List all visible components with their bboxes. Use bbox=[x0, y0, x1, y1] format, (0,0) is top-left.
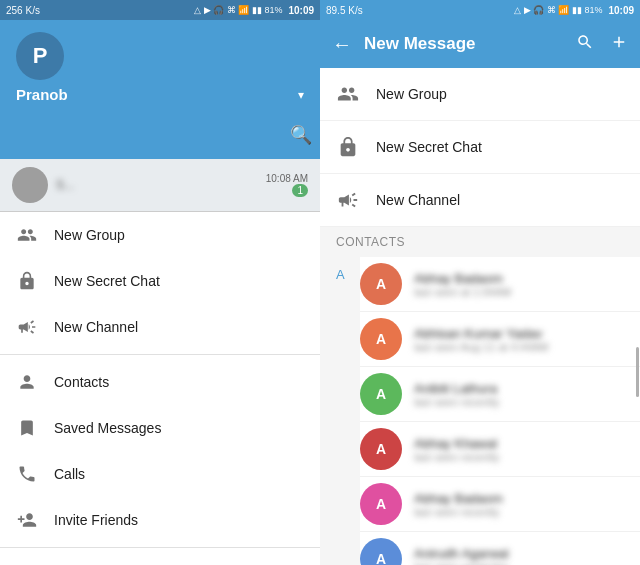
contact-status-1: last seen at 1:04AM bbox=[414, 286, 624, 298]
menu-divider-1 bbox=[0, 354, 320, 355]
contact-name-2: Abhisan Kumar Yadav bbox=[414, 326, 624, 341]
menu-item-new-secret-chat[interactable]: New Secret Chat bbox=[0, 258, 320, 304]
menu-divider-2 bbox=[0, 547, 320, 548]
menu-item-saved-messages[interactable]: Saved Messages bbox=[0, 405, 320, 451]
contact-info-1: Abhay Badaom last seen at 1:04AM bbox=[414, 271, 624, 298]
saved-messages-label: Saved Messages bbox=[54, 420, 161, 436]
scrollbar-indicator bbox=[636, 347, 639, 397]
contacts-label: Contacts bbox=[54, 374, 109, 390]
unread-badge: 1 bbox=[292, 184, 308, 197]
chat-preview-item[interactable]: S... 10:08 AM 1 bbox=[0, 159, 320, 212]
drawer-header: P Pranob ▾ bbox=[0, 20, 320, 111]
bookmark-icon bbox=[16, 417, 38, 439]
contact-name-5: Abhay Badaom bbox=[414, 491, 624, 506]
menu-item-contacts[interactable]: Contacts bbox=[0, 359, 320, 405]
invite-icon bbox=[16, 509, 38, 531]
right-header-title: New Message bbox=[364, 34, 564, 54]
new-group-icon bbox=[16, 224, 38, 246]
lock-icon bbox=[16, 270, 38, 292]
contact-avatar-1: A bbox=[360, 263, 402, 305]
search-icon[interactable]: 🔍 bbox=[290, 124, 312, 146]
option-new-group-icon bbox=[336, 82, 360, 106]
chat-preview-avatar bbox=[12, 167, 48, 203]
left-time: 10:09 bbox=[288, 5, 314, 16]
contact-name-4: Abhay Khawal bbox=[414, 436, 624, 451]
channel-icon bbox=[16, 316, 38, 338]
drawer-menu: New Group New Secret Chat New Chan bbox=[0, 212, 320, 565]
option-new-secret-chat-label: New Secret Chat bbox=[376, 139, 482, 155]
left-network: 256 K/s bbox=[6, 5, 40, 16]
menu-item-calls[interactable]: Calls bbox=[0, 451, 320, 497]
right-status-bar: 89.5 K/s △ ▶ 🎧 ⌘ 📶 ▮▮ 81% 10:09 bbox=[320, 0, 640, 20]
contact-avatar-3: A bbox=[360, 373, 402, 415]
contact-item-2[interactable]: A Abhisan Kumar Yadav last seen Aug 11 a… bbox=[360, 312, 640, 367]
contact-item-6[interactable]: A Anirudh Agarwal last seen yesterday bbox=[360, 532, 640, 565]
calls-icon bbox=[16, 463, 38, 485]
chat-timestamp: 10:08 AM bbox=[266, 173, 308, 184]
menu-item-new-channel[interactable]: New Channel bbox=[0, 304, 320, 350]
new-secret-chat-label: New Secret Chat bbox=[54, 273, 160, 289]
chat-preview-meta: 10:08 AM 1 bbox=[266, 173, 308, 197]
drawer-chevron-icon[interactable]: ▾ bbox=[298, 88, 304, 102]
chat-preview-info: S... bbox=[56, 178, 266, 192]
contact-avatar-5: A bbox=[360, 483, 402, 525]
contact-status-4: last seen recently bbox=[414, 451, 624, 463]
back-button[interactable]: ← bbox=[328, 29, 356, 60]
option-channel-icon bbox=[336, 188, 360, 212]
contact-status-3: last seen recently bbox=[414, 396, 624, 408]
invite-friends-label: Invite Friends bbox=[54, 512, 138, 528]
calls-label: Calls bbox=[54, 466, 85, 482]
right-add-icon[interactable] bbox=[606, 29, 632, 60]
option-new-channel-label: New Channel bbox=[376, 192, 460, 208]
option-new-group[interactable]: New Group bbox=[320, 68, 640, 121]
contact-info-2: Abhisan Kumar Yadav last seen Aug 11 at … bbox=[414, 326, 624, 353]
contact-item-5[interactable]: A Abhay Badaom last seen recently bbox=[360, 477, 640, 532]
new-channel-label: New Channel bbox=[54, 319, 138, 335]
option-new-secret-chat[interactable]: New Secret Chat bbox=[320, 121, 640, 174]
contact-item-1[interactable]: A Abhay Badaom last seen at 1:04AM bbox=[360, 257, 640, 312]
contact-status-6: last seen yesterday bbox=[414, 561, 624, 566]
contact-name-1: Abhay Badaom bbox=[414, 271, 624, 286]
option-new-channel[interactable]: New Channel bbox=[320, 174, 640, 227]
left-chat-header: 🔍 bbox=[0, 111, 320, 159]
contact-avatar-2: A bbox=[360, 318, 402, 360]
right-status-icons: △ ▶ 🎧 ⌘ 📶 ▮▮ 81% 10:09 bbox=[514, 5, 634, 16]
status-bars: 256 K/s △ ▶ 🎧 ⌘ 📶 ▮▮ 81% 10:09 89.5 K/s … bbox=[0, 0, 640, 20]
chat-preview-name: S... bbox=[56, 178, 266, 192]
left-status-icons: △ ▶ 🎧 ⌘ 📶 ▮▮ 81% 10:09 bbox=[194, 5, 314, 16]
contact-item-3[interactable]: A Anibiti Lathura last seen recently bbox=[360, 367, 640, 422]
left-status-bar: 256 K/s △ ▶ 🎧 ⌘ 📶 ▮▮ 81% 10:09 bbox=[0, 0, 320, 20]
option-new-group-label: New Group bbox=[376, 86, 447, 102]
menu-item-new-group[interactable]: New Group bbox=[0, 212, 320, 258]
left-panel: P Pranob ▾ 🔍 S... 10:08 AM 1 bbox=[0, 20, 320, 565]
header-icons bbox=[572, 29, 632, 60]
contact-letter-a: A bbox=[320, 257, 360, 282]
contact-info-4: Abhay Khawal last seen recently bbox=[414, 436, 624, 463]
contact-name-6: Anirudh Agarwal bbox=[414, 546, 624, 561]
contact-item-4[interactable]: A Abhay Khawal last seen recently bbox=[360, 422, 640, 477]
drawer-username: Pranob bbox=[16, 86, 68, 103]
contact-group-a: A A Abhay Badaom last seen at 1:04AM A A… bbox=[320, 253, 640, 565]
avatar: P bbox=[16, 32, 64, 80]
contact-info-3: Anibiti Lathura last seen recently bbox=[414, 381, 624, 408]
contact-name-3: Anibiti Lathura bbox=[414, 381, 624, 396]
app-container: P Pranob ▾ 🔍 S... 10:08 AM 1 bbox=[0, 20, 640, 565]
new-message-options: New Group New Secret Chat New Chan bbox=[320, 68, 640, 227]
contact-avatar-6: A bbox=[360, 538, 402, 565]
right-network: 89.5 K/s bbox=[326, 5, 363, 16]
menu-item-invite-friends[interactable]: Invite Friends bbox=[0, 497, 320, 543]
right-panel: ← New Message bbox=[320, 20, 640, 565]
right-time: 10:09 bbox=[608, 5, 634, 16]
contact-status-5: last seen recently bbox=[414, 506, 624, 518]
option-lock-icon bbox=[336, 135, 360, 159]
contact-status-2: last seen Aug 11 at 4:44AM bbox=[414, 341, 624, 353]
contact-avatar-4: A bbox=[360, 428, 402, 470]
drawer-user-row: Pranob ▾ bbox=[16, 86, 304, 103]
contacts-section-header: CONTACTS bbox=[320, 227, 640, 253]
right-search-icon[interactable] bbox=[572, 29, 598, 60]
contacts-section: CONTACTS A A Abhay Badaom last seen at 1… bbox=[320, 227, 640, 565]
contacts-icon bbox=[16, 371, 38, 393]
contact-list-a: A Abhay Badaom last seen at 1:04AM A Abh… bbox=[360, 257, 640, 565]
contact-info-5: Abhay Badaom last seen recently bbox=[414, 491, 624, 518]
menu-item-settings[interactable]: Settings bbox=[0, 552, 320, 565]
